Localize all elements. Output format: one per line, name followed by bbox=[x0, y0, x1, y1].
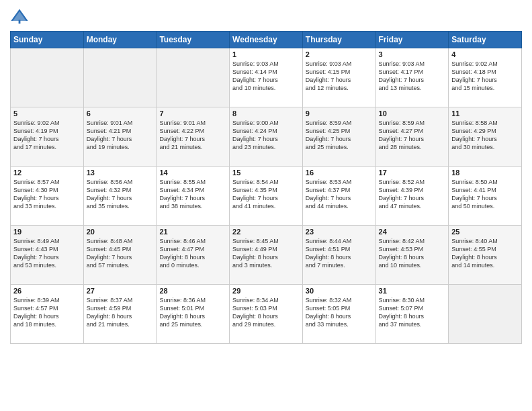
day-info: Sunrise: 8:54 AM Sunset: 4:35 PM Dayligh… bbox=[232, 178, 300, 211]
calendar-cell: 30Sunrise: 8:32 AM Sunset: 5:05 PM Dayli… bbox=[302, 285, 375, 344]
calendar-cell: 14Sunrise: 8:55 AM Sunset: 4:34 PM Dayli… bbox=[157, 167, 230, 226]
calendar-cell: 11Sunrise: 8:58 AM Sunset: 4:29 PM Dayli… bbox=[449, 107, 522, 167]
day-info: Sunrise: 8:44 AM Sunset: 4:51 PM Dayligh… bbox=[306, 237, 373, 270]
day-info: Sunrise: 8:53 AM Sunset: 4:37 PM Dayligh… bbox=[306, 178, 373, 211]
day-number: 27 bbox=[87, 287, 154, 295]
week-row-4: 19Sunrise: 8:49 AM Sunset: 4:43 PM Dayli… bbox=[11, 226, 522, 285]
day-number: 20 bbox=[87, 228, 154, 236]
day-info: Sunrise: 8:37 AM Sunset: 4:59 PM Dayligh… bbox=[87, 296, 154, 329]
calendar-cell: 29Sunrise: 8:34 AM Sunset: 5:03 PM Dayli… bbox=[230, 285, 303, 344]
day-info: Sunrise: 8:39 AM Sunset: 4:57 PM Dayligh… bbox=[13, 296, 81, 329]
week-row-2: 5Sunrise: 9:02 AM Sunset: 4:19 PM Daylig… bbox=[11, 107, 522, 167]
calendar-cell: 31Sunrise: 8:30 AM Sunset: 5:07 PM Dayli… bbox=[375, 285, 449, 344]
day-number: 16 bbox=[306, 169, 373, 177]
day-info: Sunrise: 9:03 AM Sunset: 4:14 PM Dayligh… bbox=[232, 60, 300, 93]
day-info: Sunrise: 8:50 AM Sunset: 4:41 PM Dayligh… bbox=[451, 178, 519, 211]
weekday-header-row: SundayMondayTuesdayWednesdayThursdayFrid… bbox=[11, 32, 522, 48]
day-number: 7 bbox=[159, 109, 226, 118]
calendar-cell: 17Sunrise: 8:52 AM Sunset: 4:39 PM Dayli… bbox=[375, 167, 449, 226]
calendar-table: SundayMondayTuesdayWednesdayThursdayFrid… bbox=[10, 31, 522, 344]
day-number: 26 bbox=[13, 287, 81, 295]
day-info: Sunrise: 8:49 AM Sunset: 4:43 PM Dayligh… bbox=[13, 237, 81, 270]
day-number: 3 bbox=[379, 50, 446, 58]
day-info: Sunrise: 9:01 AM Sunset: 4:22 PM Dayligh… bbox=[159, 119, 226, 152]
day-info: Sunrise: 8:48 AM Sunset: 4:45 PM Dayligh… bbox=[87, 237, 154, 270]
day-info: Sunrise: 8:57 AM Sunset: 4:30 PM Dayligh… bbox=[13, 178, 81, 211]
weekday-header-friday: Friday bbox=[375, 32, 449, 48]
day-number: 25 bbox=[451, 228, 519, 236]
day-info: Sunrise: 8:59 AM Sunset: 4:25 PM Dayligh… bbox=[306, 119, 373, 152]
calendar-cell: 20Sunrise: 8:48 AM Sunset: 4:45 PM Dayli… bbox=[83, 226, 157, 285]
day-number: 12 bbox=[13, 169, 81, 177]
day-info: Sunrise: 8:46 AM Sunset: 4:47 PM Dayligh… bbox=[159, 237, 226, 270]
calendar-cell: 5Sunrise: 9:02 AM Sunset: 4:19 PM Daylig… bbox=[11, 107, 84, 167]
calendar-cell: 6Sunrise: 9:01 AM Sunset: 4:21 PM Daylig… bbox=[83, 107, 157, 167]
calendar-cell: 24Sunrise: 8:42 AM Sunset: 4:53 PM Dayli… bbox=[375, 226, 449, 285]
logo bbox=[10, 7, 32, 26]
weekday-header-wednesday: Wednesday bbox=[230, 32, 303, 48]
day-number: 9 bbox=[306, 109, 373, 118]
calendar-cell: 22Sunrise: 8:45 AM Sunset: 4:49 PM Dayli… bbox=[230, 226, 303, 285]
calendar-cell: 9Sunrise: 8:59 AM Sunset: 4:25 PM Daylig… bbox=[302, 107, 375, 167]
day-info: Sunrise: 8:52 AM Sunset: 4:39 PM Dayligh… bbox=[379, 178, 446, 211]
calendar-cell: 7Sunrise: 9:01 AM Sunset: 4:22 PM Daylig… bbox=[157, 107, 230, 167]
day-number: 6 bbox=[87, 109, 154, 118]
day-number: 29 bbox=[232, 287, 300, 295]
logo-icon bbox=[10, 7, 29, 26]
day-number: 31 bbox=[379, 287, 446, 295]
weekday-header-tuesday: Tuesday bbox=[157, 32, 230, 48]
day-info: Sunrise: 8:59 AM Sunset: 4:27 PM Dayligh… bbox=[379, 119, 446, 152]
week-row-3: 12Sunrise: 8:57 AM Sunset: 4:30 PM Dayli… bbox=[11, 167, 522, 226]
day-info: Sunrise: 8:40 AM Sunset: 4:55 PM Dayligh… bbox=[451, 237, 519, 270]
calendar-cell: 1Sunrise: 9:03 AM Sunset: 4:14 PM Daylig… bbox=[230, 48, 303, 107]
day-info: Sunrise: 8:36 AM Sunset: 5:01 PM Dayligh… bbox=[159, 296, 226, 329]
day-number: 11 bbox=[451, 109, 519, 118]
day-number: 10 bbox=[379, 109, 446, 118]
svg-rect-2 bbox=[19, 20, 21, 24]
calendar-cell: 13Sunrise: 8:56 AM Sunset: 4:32 PM Dayli… bbox=[83, 167, 157, 226]
day-number: 14 bbox=[159, 169, 226, 177]
calendar-cell: 21Sunrise: 8:46 AM Sunset: 4:47 PM Dayli… bbox=[157, 226, 230, 285]
calendar-cell bbox=[83, 48, 157, 107]
calendar-cell: 8Sunrise: 9:00 AM Sunset: 4:24 PM Daylig… bbox=[230, 107, 303, 167]
day-number: 23 bbox=[306, 228, 373, 236]
calendar-cell: 28Sunrise: 8:36 AM Sunset: 5:01 PM Dayli… bbox=[157, 285, 230, 344]
calendar-cell: 16Sunrise: 8:53 AM Sunset: 4:37 PM Dayli… bbox=[302, 167, 375, 226]
calendar-cell bbox=[11, 48, 84, 107]
weekday-header-monday: Monday bbox=[83, 32, 157, 48]
day-number: 4 bbox=[451, 50, 519, 58]
day-info: Sunrise: 8:55 AM Sunset: 4:34 PM Dayligh… bbox=[159, 178, 226, 211]
day-number: 13 bbox=[87, 169, 154, 177]
week-row-5: 26Sunrise: 8:39 AM Sunset: 4:57 PM Dayli… bbox=[11, 285, 522, 344]
calendar-cell: 27Sunrise: 8:37 AM Sunset: 4:59 PM Dayli… bbox=[83, 285, 157, 344]
day-number: 5 bbox=[13, 109, 81, 118]
day-number: 24 bbox=[379, 228, 446, 236]
day-info: Sunrise: 8:30 AM Sunset: 5:07 PM Dayligh… bbox=[379, 296, 446, 329]
day-number: 28 bbox=[159, 287, 226, 295]
day-number: 21 bbox=[159, 228, 226, 236]
calendar-cell: 2Sunrise: 9:03 AM Sunset: 4:15 PM Daylig… bbox=[302, 48, 375, 107]
weekday-header-sunday: Sunday bbox=[11, 32, 84, 48]
calendar-cell: 10Sunrise: 8:59 AM Sunset: 4:27 PM Dayli… bbox=[375, 107, 449, 167]
calendar-cell: 18Sunrise: 8:50 AM Sunset: 4:41 PM Dayli… bbox=[449, 167, 522, 226]
day-info: Sunrise: 9:01 AM Sunset: 4:21 PM Dayligh… bbox=[87, 119, 154, 152]
day-number: 2 bbox=[306, 50, 373, 58]
calendar-cell: 15Sunrise: 8:54 AM Sunset: 4:35 PM Dayli… bbox=[230, 167, 303, 226]
day-number: 18 bbox=[451, 169, 519, 177]
calendar-cell bbox=[157, 48, 230, 107]
calendar-cell: 23Sunrise: 8:44 AM Sunset: 4:51 PM Dayli… bbox=[302, 226, 375, 285]
day-number: 22 bbox=[232, 228, 300, 236]
calendar-cell: 4Sunrise: 9:02 AM Sunset: 4:18 PM Daylig… bbox=[449, 48, 522, 107]
calendar-cell: 25Sunrise: 8:40 AM Sunset: 4:55 PM Dayli… bbox=[449, 226, 522, 285]
day-info: Sunrise: 8:34 AM Sunset: 5:03 PM Dayligh… bbox=[232, 296, 300, 329]
day-info: Sunrise: 9:03 AM Sunset: 4:17 PM Dayligh… bbox=[379, 60, 446, 93]
weekday-header-saturday: Saturday bbox=[449, 32, 522, 48]
week-row-1: 1Sunrise: 9:03 AM Sunset: 4:14 PM Daylig… bbox=[11, 48, 522, 107]
day-info: Sunrise: 9:03 AM Sunset: 4:15 PM Dayligh… bbox=[306, 60, 373, 93]
calendar-page: SundayMondayTuesdayWednesdayThursdayFrid… bbox=[0, 0, 532, 411]
day-info: Sunrise: 8:45 AM Sunset: 4:49 PM Dayligh… bbox=[232, 237, 300, 270]
day-info: Sunrise: 9:02 AM Sunset: 4:18 PM Dayligh… bbox=[451, 60, 519, 93]
calendar-cell: 26Sunrise: 8:39 AM Sunset: 4:57 PM Dayli… bbox=[11, 285, 84, 344]
calendar-cell: 19Sunrise: 8:49 AM Sunset: 4:43 PM Dayli… bbox=[11, 226, 84, 285]
calendar-cell bbox=[449, 285, 522, 344]
